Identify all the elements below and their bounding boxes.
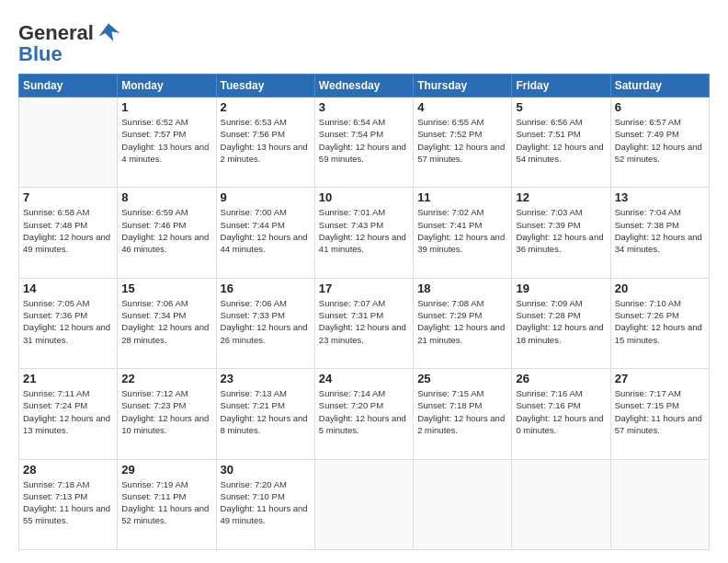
day-number: 12: [516, 190, 606, 204]
day-number: 7: [23, 190, 113, 204]
day-info: Sunrise: 6:53 AMSunset: 7:56 PMDaylight:…: [221, 116, 311, 165]
day-cell: 9Sunrise: 7:00 AMSunset: 7:44 PMDaylight…: [216, 188, 314, 278]
day-number: 21: [23, 372, 113, 385]
day-number: 15: [121, 282, 211, 295]
day-info: Sunrise: 7:18 AMSunset: 7:13 PMDaylight:…: [23, 478, 113, 527]
day-number: 27: [615, 372, 705, 385]
day-info: Sunrise: 6:56 AMSunset: 7:51 PMDaylight:…: [516, 116, 606, 165]
day-cell: 28Sunrise: 7:18 AMSunset: 7:13 PMDayligh…: [19, 459, 118, 549]
day-cell: [414, 459, 512, 549]
day-cell: [19, 98, 118, 188]
day-info: Sunrise: 6:59 AMSunset: 7:46 PMDaylight:…: [121, 206, 211, 255]
week-row-3: 14Sunrise: 7:05 AMSunset: 7:36 PMDayligh…: [19, 278, 710, 368]
day-info: Sunrise: 7:04 AMSunset: 7:38 PMDaylight:…: [615, 206, 705, 255]
day-header-row: SundayMondayTuesdayWednesdayThursdayFrid…: [19, 75, 710, 98]
day-number: 4: [417, 100, 507, 114]
day-number: 28: [23, 463, 113, 477]
day-cell: 5Sunrise: 6:56 AMSunset: 7:51 PMDaylight…: [512, 98, 610, 188]
day-info: Sunrise: 7:15 AMSunset: 7:18 PMDaylight:…: [417, 387, 507, 436]
day-number: 11: [417, 190, 507, 204]
day-header-wednesday: Wednesday: [314, 75, 413, 98]
day-info: Sunrise: 7:16 AMSunset: 7:16 PMDaylight:…: [516, 387, 606, 436]
day-number: 3: [319, 100, 409, 114]
day-number: 9: [221, 190, 311, 204]
day-info: Sunrise: 6:55 AMSunset: 7:52 PMDaylight:…: [417, 116, 507, 165]
day-cell: 2Sunrise: 6:53 AMSunset: 7:56 PMDaylight…: [216, 98, 314, 188]
day-cell: 4Sunrise: 6:55 AMSunset: 7:52 PMDaylight…: [414, 98, 512, 188]
day-info: Sunrise: 7:03 AMSunset: 7:39 PMDaylight:…: [516, 206, 606, 255]
week-row-4: 21Sunrise: 7:11 AMSunset: 7:24 PMDayligh…: [19, 369, 710, 459]
day-cell: 7Sunrise: 6:58 AMSunset: 7:48 PMDaylight…: [19, 188, 118, 278]
day-cell: [314, 459, 413, 549]
day-cell: [610, 459, 709, 549]
day-cell: 27Sunrise: 7:17 AMSunset: 7:15 PMDayligh…: [610, 369, 709, 459]
day-info: Sunrise: 7:07 AMSunset: 7:31 PMDaylight:…: [319, 297, 409, 346]
calendar-table: SundayMondayTuesdayWednesdayThursdayFrid…: [18, 74, 710, 550]
week-row-2: 7Sunrise: 6:58 AMSunset: 7:48 PMDaylight…: [19, 188, 710, 278]
day-cell: 17Sunrise: 7:07 AMSunset: 7:31 PMDayligh…: [314, 278, 413, 368]
day-info: Sunrise: 7:19 AMSunset: 7:11 PMDaylight:…: [121, 478, 211, 527]
day-number: 25: [417, 372, 507, 385]
day-cell: 15Sunrise: 7:06 AMSunset: 7:34 PMDayligh…: [118, 278, 216, 368]
day-cell: 19Sunrise: 7:09 AMSunset: 7:28 PMDayligh…: [512, 278, 610, 368]
day-number: 10: [319, 190, 409, 204]
page: General Blue SundayMondayTuesdayWednesda…: [0, 0, 728, 563]
day-number: 30: [221, 463, 311, 477]
day-cell: 18Sunrise: 7:08 AMSunset: 7:29 PMDayligh…: [414, 278, 512, 368]
day-number: 19: [516, 282, 606, 295]
day-number: 22: [121, 372, 211, 385]
day-cell: 16Sunrise: 7:06 AMSunset: 7:33 PMDayligh…: [216, 278, 314, 368]
day-info: Sunrise: 7:06 AMSunset: 7:34 PMDaylight:…: [121, 297, 211, 346]
day-cell: 14Sunrise: 7:05 AMSunset: 7:36 PMDayligh…: [19, 278, 118, 368]
day-info: Sunrise: 7:11 AMSunset: 7:24 PMDaylight:…: [23, 387, 113, 436]
day-cell: [512, 459, 610, 549]
day-number: 20: [615, 282, 705, 295]
day-number: 6: [615, 100, 705, 114]
day-cell: 20Sunrise: 7:10 AMSunset: 7:26 PMDayligh…: [610, 278, 709, 368]
day-header-thursday: Thursday: [414, 75, 512, 98]
day-cell: 6Sunrise: 6:57 AMSunset: 7:49 PMDaylight…: [610, 98, 709, 188]
day-info: Sunrise: 7:12 AMSunset: 7:23 PMDaylight:…: [121, 387, 211, 436]
day-header-friday: Friday: [512, 75, 610, 98]
day-cell: 12Sunrise: 7:03 AMSunset: 7:39 PMDayligh…: [512, 188, 610, 278]
day-header-tuesday: Tuesday: [216, 75, 314, 98]
day-info: Sunrise: 7:00 AMSunset: 7:44 PMDaylight:…: [221, 206, 311, 255]
day-header-sunday: Sunday: [19, 75, 118, 98]
day-cell: 13Sunrise: 7:04 AMSunset: 7:38 PMDayligh…: [610, 188, 709, 278]
day-info: Sunrise: 7:02 AMSunset: 7:41 PMDaylight:…: [417, 206, 507, 255]
day-number: 14: [23, 282, 113, 295]
day-info: Sunrise: 7:09 AMSunset: 7:28 PMDaylight:…: [516, 297, 606, 346]
logo: General Blue: [18, 20, 121, 66]
day-cell: 3Sunrise: 6:54 AMSunset: 7:54 PMDaylight…: [314, 98, 413, 188]
day-info: Sunrise: 7:14 AMSunset: 7:20 PMDaylight:…: [319, 387, 409, 436]
header: General Blue: [18, 17, 710, 66]
day-info: Sunrise: 6:54 AMSunset: 7:54 PMDaylight:…: [319, 116, 409, 165]
day-info: Sunrise: 7:08 AMSunset: 7:29 PMDaylight:…: [417, 297, 507, 346]
day-cell: 10Sunrise: 7:01 AMSunset: 7:43 PMDayligh…: [314, 188, 413, 278]
day-cell: 26Sunrise: 7:16 AMSunset: 7:16 PMDayligh…: [512, 369, 610, 459]
day-info: Sunrise: 7:13 AMSunset: 7:21 PMDaylight:…: [221, 387, 311, 436]
day-cell: 23Sunrise: 7:13 AMSunset: 7:21 PMDayligh…: [216, 369, 314, 459]
day-cell: 30Sunrise: 7:20 AMSunset: 7:10 PMDayligh…: [216, 459, 314, 549]
day-cell: 21Sunrise: 7:11 AMSunset: 7:24 PMDayligh…: [19, 369, 118, 459]
day-number: 29: [121, 463, 211, 477]
day-number: 13: [615, 190, 705, 204]
day-number: 1: [121, 100, 211, 114]
day-number: 18: [417, 282, 507, 295]
day-info: Sunrise: 7:01 AMSunset: 7:43 PMDaylight:…: [319, 206, 409, 255]
day-info: Sunrise: 6:58 AMSunset: 7:48 PMDaylight:…: [23, 206, 113, 255]
svg-marker-0: [98, 24, 119, 41]
week-row-5: 28Sunrise: 7:18 AMSunset: 7:13 PMDayligh…: [19, 459, 710, 549]
day-header-monday: Monday: [118, 75, 216, 98]
day-info: Sunrise: 7:06 AMSunset: 7:33 PMDaylight:…: [221, 297, 311, 346]
day-number: 23: [221, 372, 311, 385]
day-cell: 29Sunrise: 7:19 AMSunset: 7:11 PMDayligh…: [118, 459, 216, 549]
day-info: Sunrise: 7:17 AMSunset: 7:15 PMDaylight:…: [615, 387, 705, 436]
day-info: Sunrise: 6:52 AMSunset: 7:57 PMDaylight:…: [121, 116, 211, 165]
day-number: 5: [516, 100, 606, 114]
day-cell: 1Sunrise: 6:52 AMSunset: 7:57 PMDaylight…: [118, 98, 216, 188]
logo-bird-icon: [96, 20, 121, 46]
day-number: 26: [516, 372, 606, 385]
day-cell: 11Sunrise: 7:02 AMSunset: 7:41 PMDayligh…: [414, 188, 512, 278]
day-cell: 24Sunrise: 7:14 AMSunset: 7:20 PMDayligh…: [314, 369, 413, 459]
